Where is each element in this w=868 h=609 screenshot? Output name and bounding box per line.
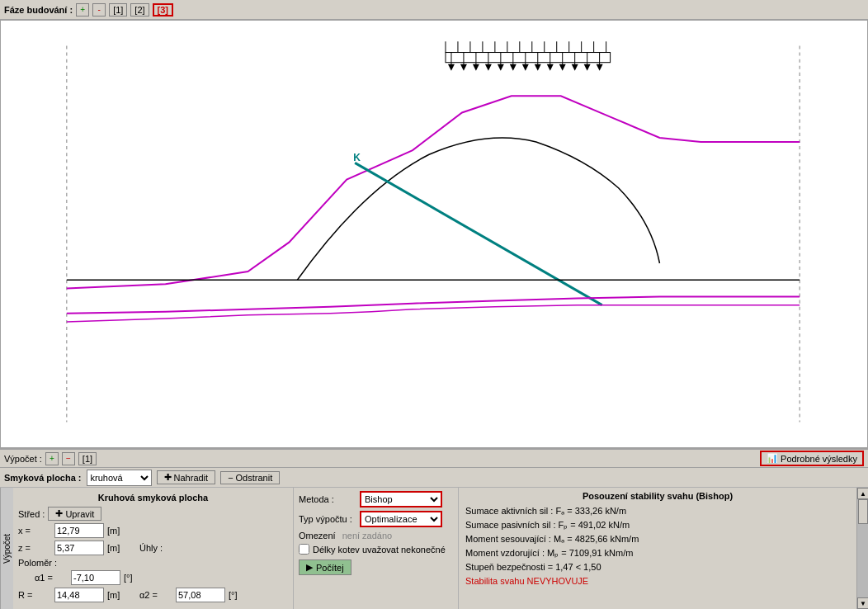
typ-select[interactable]: Optimalizace Standardní <box>360 511 442 527</box>
z-unit: [m] <box>107 543 128 553</box>
delky-row: Délky kotev uvažovat nekonečné <box>299 544 453 555</box>
svg-rect-2 <box>446 53 611 63</box>
bottom-panel: Výpočet : + − [1] 📊 Podrobné výsledky Sm… <box>0 448 868 609</box>
canvas-area: K <box>0 20 868 448</box>
delky-label: Délky kotev uvažovat nekonečné <box>313 545 446 555</box>
right-form: Metoda : Bishop Fellenius Spencer Typ vý… <box>294 488 459 609</box>
polomer-label: Poloměr : <box>18 558 57 568</box>
omezeni-row: Omezení není zadáno <box>299 531 453 541</box>
faze-label: Fáze budování : <box>4 5 73 15</box>
alpha1-row: α1 = [°] <box>35 570 288 585</box>
svg-marker-34 <box>547 64 554 71</box>
alpha1-label: α1 = <box>35 573 68 583</box>
alpha2-input[interactable] <box>176 588 225 602</box>
metoda-label: Metoda : <box>299 494 356 504</box>
vypocet-phase-btn[interactable]: [1] <box>78 452 97 465</box>
results-line1: Sumace aktivních sil : Fₐ = 333,26 kN/m <box>465 504 850 518</box>
scrollbar-up-btn[interactable]: ▲ <box>857 488 868 499</box>
svg-marker-36 <box>559 64 566 71</box>
R-input[interactable] <box>54 588 104 602</box>
scrollbar-track <box>857 499 868 597</box>
svg-marker-32 <box>535 64 541 71</box>
R-row: R = [m] α2 = [°] <box>18 588 288 602</box>
x-input[interactable] <box>54 523 104 538</box>
x-unit: [m] <box>107 526 128 536</box>
svg-marker-42 <box>597 64 603 71</box>
bottom-bar: Výpočet : + − [1] 📊 Podrobné výsledky <box>0 450 868 468</box>
alpha2-unit: [°] <box>229 590 249 600</box>
minus-icon: − <box>228 473 233 483</box>
svg-marker-26 <box>498 64 504 71</box>
svg-marker-28 <box>510 64 517 71</box>
scrollbar: ▲ ▼ <box>856 488 868 609</box>
plus-icon: ✚ <box>164 472 172 483</box>
stred-row: Střed : ✚ Upravit <box>18 507 288 521</box>
side-label: Výpočet <box>0 488 13 609</box>
svg-marker-40 <box>584 64 591 71</box>
odstranit-btn[interactable]: − Odstranit <box>220 471 280 484</box>
vypocet-add-btn[interactable]: + <box>45 452 59 465</box>
svg-line-43 <box>355 163 601 304</box>
delky-checkbox[interactable] <box>299 544 309 555</box>
R-label: R = <box>18 590 51 600</box>
pocitej-btn[interactable]: ▶ Počítej <box>299 559 351 575</box>
stred-label: Střed : <box>18 509 45 519</box>
results-line4: Moment vzdorující : Mₚ = 7109,91 kNm/m <box>465 546 850 560</box>
vypocet-label: Výpočet : <box>4 454 42 464</box>
faze-add-btn[interactable]: + <box>76 3 89 17</box>
R-unit: [m] <box>107 590 128 600</box>
chart-icon: 📊 <box>767 453 778 464</box>
svg-marker-38 <box>572 64 578 71</box>
typ-label: Typ výpočtu : <box>299 514 356 524</box>
phase-btn-1[interactable]: [1] <box>109 3 127 17</box>
svg-marker-24 <box>485 64 492 71</box>
smykova-label: Smyková plocha : <box>4 473 82 483</box>
results-line6: Stabilita svahu NEVYHOVUJE <box>465 574 850 588</box>
svg-marker-18 <box>448 64 455 71</box>
scrollbar-thumb[interactable] <box>858 499 868 524</box>
kruhova-title: Kruhová smyková plocha <box>18 491 288 504</box>
results-title: Posouzení stability svahu (Bishop) <box>465 491 850 501</box>
results-area: Posouzení stability svahu (Bishop) Sumac… <box>459 488 856 609</box>
svg-text:K: K <box>353 152 361 163</box>
phase-btn-3[interactable]: [3] <box>153 3 173 17</box>
bottom-bar-right: 📊 Podrobné výsledky <box>760 451 864 466</box>
form-area: Kruhová smyková plocha Střed : ✚ Upravit… <box>13 488 294 609</box>
svg-marker-20 <box>460 64 467 71</box>
omezeni-label: Omezení <box>299 531 336 541</box>
metoda-row: Metoda : Bishop Fellenius Spencer <box>299 491 453 508</box>
svg-marker-22 <box>473 64 479 71</box>
faze-remove-btn[interactable]: - <box>92 3 106 17</box>
results-line5: Stupeň bezpečnosti = 1,47 < 1,50 <box>465 560 850 574</box>
top-bar: Fáze budování : + - [1] [2] [3] <box>0 0 868 20</box>
svg-marker-30 <box>522 64 529 71</box>
scrollbar-down-btn[interactable]: ▼ <box>857 597 868 609</box>
z-input[interactable] <box>54 541 104 555</box>
vypocet-remove-btn[interactable]: − <box>62 452 75 465</box>
typ-row: Typ výpočtu : Optimalizace Standardní <box>299 511 453 527</box>
x-label: x = <box>18 526 51 536</box>
results-line2: Sumace pasivních sil : Fₚ = 491,02 kN/m <box>465 518 850 532</box>
nahradit-btn[interactable]: ✚ Nahradit <box>157 470 216 484</box>
phase-btn-2[interactable]: [2] <box>130 3 149 17</box>
alpha1-input[interactable] <box>71 570 120 585</box>
smykova-bar: Smyková plocha : kruhová polygonální ✚ N… <box>0 468 868 488</box>
main-container: Fáze budování : + - [1] [2] [3] <box>0 0 868 609</box>
content-area: Výpočet Kruhová smyková plocha Střed : ✚… <box>0 488 868 609</box>
omezeni-value: není zadáno <box>342 531 393 541</box>
metoda-select[interactable]: Bishop Fellenius Spencer <box>360 491 442 508</box>
z-row: z = [m] Úhly : <box>18 541 288 555</box>
smykova-select[interactable]: kruhová polygonální <box>87 470 152 486</box>
podrobne-btn[interactable]: 📊 Podrobné výsledky <box>760 451 864 466</box>
play-icon: ▶ <box>306 562 313 573</box>
alpha1-unit: [°] <box>124 573 144 583</box>
drawing-svg: K <box>1 21 867 447</box>
x-row: x = [m] <box>18 523 288 538</box>
alpha2-label: α2 = <box>139 590 172 600</box>
uhly-label: Úhly : <box>139 543 163 553</box>
upravit-btn[interactable]: ✚ Upravit <box>48 507 101 521</box>
upravit-icon: ✚ <box>55 508 63 519</box>
polomer-row: Poloměr : <box>18 558 288 568</box>
results-line3: Moment sesouvající : Mₐ = 4825,66 kNm/m <box>465 532 850 546</box>
z-label: z = <box>18 543 51 553</box>
